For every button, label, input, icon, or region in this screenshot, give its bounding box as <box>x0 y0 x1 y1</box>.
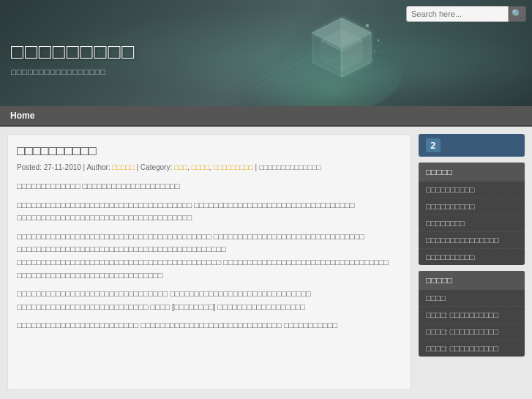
search-bar: 🔍 <box>406 6 526 22</box>
post-paragraph-2: □□□□□□□□□□□□□□□□□□□□□□□□□□□□□□□□□□□□ □□□… <box>17 199 402 225</box>
post-category-label: Category: <box>141 163 172 171</box>
site-header: 🔍 □□□□□□□□□ □□□□□□□□□□□□□□□□□ <box>0 0 532 106</box>
site-subtitle: □□□□□□□□□□□□□□□□□ <box>11 67 106 76</box>
post-paragraph-5: □□□□□□□□□□□□□□□□□□□□□□□□□ □□□□□□□□□□□□□□… <box>17 319 402 332</box>
widget-2-item-3[interactable]: □□□□: □□□□□□□□□□ <box>419 324 525 340</box>
widget-1-item-3[interactable]: □□□□□□□□ <box>419 215 525 232</box>
post-extra: □□□□□□□□□□□□□□ <box>259 163 321 171</box>
post-body: □□□□□□□□□□□□□ □□□□□□□□□□□□□□□□□□□□ □□□□□… <box>17 180 402 332</box>
search-icon: 2 <box>426 138 441 152</box>
post-paragraph-4: □□□□□□□□□□□□□□□□□□□□□□□□□□□□□□□ □□□□□□□□… <box>17 288 402 313</box>
post-category-3[interactable]: □□□□□□□□□ <box>213 163 252 171</box>
post-author[interactable]: □□□□□ <box>112 163 134 171</box>
widget-1-item-2[interactable]: □□□□□□□□□□ <box>419 198 525 215</box>
widget-1-item-4[interactable]: □□□□□□□□□□□□□□□ <box>419 232 525 249</box>
widget-2-item-2[interactable]: □□□□: □□□□□□□□□□ <box>419 307 525 324</box>
post-date: Posted: 27-11-2010 <box>17 163 81 171</box>
post-category-1[interactable]: □□□ <box>174 163 187 171</box>
header-glow <box>183 0 402 106</box>
site-title: □□□□□□□□□ <box>11 40 135 64</box>
search-input[interactable] <box>406 6 509 22</box>
widget-2-item-1[interactable]: □□□□ <box>419 290 525 307</box>
widget-1-item-1[interactable]: □□□□□□□□□□ <box>419 182 525 198</box>
post-meta: Posted: 27-11-2010 | Author: □□□□□ | Cat… <box>17 163 402 171</box>
post-paragraph-3: □□□□□□□□□□□□□□□□□□□□□□□□□□□□□□□□□□□□□□□□… <box>17 231 402 282</box>
nav-home[interactable]: Home <box>0 106 45 125</box>
widget-1-item-5[interactable]: □□□□□□□□□□ <box>419 249 525 265</box>
main-container: □□□□□□□□□□ Posted: 27-11-2010 | Author: … <box>0 127 532 398</box>
sidebar: 2 □□□□□ □□□□□□□□□□ □□□□□□□□□□ □□□□□□□□ □… <box>419 134 525 390</box>
post-category-2[interactable]: □□□□ <box>192 163 209 171</box>
widget-2-title: □□□□□ <box>419 271 525 290</box>
search-button[interactable]: 🔍 <box>509 6 526 22</box>
svg-point-12 <box>227 29 402 106</box>
content-area: □□□□□□□□□□ Posted: 27-11-2010 | Author: … <box>7 134 411 390</box>
sidebar-widget-2: □□□□□ □□□□ □□□□: □□□□□□□□□□ □□□□: □□□□□□… <box>419 271 525 357</box>
sidebar-search-widget: 2 <box>419 134 525 157</box>
widget-1-title: □□□□□ <box>419 163 525 182</box>
post-paragraph-1: □□□□□□□□□□□□□ □□□□□□□□□□□□□□□□□□□□ <box>17 180 402 193</box>
navigation: Home <box>0 106 532 127</box>
widget-2-item-4[interactable]: □□□□: □□□□□□□□□□ <box>419 340 525 357</box>
post-author-label: Author: <box>86 163 110 171</box>
post-title: □□□□□□□□□□ <box>17 143 402 159</box>
sidebar-search-icon-box: 2 <box>419 134 525 157</box>
sidebar-widget-1: □□□□□ □□□□□□□□□□ □□□□□□□□□□ □□□□□□□□ □□□… <box>419 163 525 265</box>
